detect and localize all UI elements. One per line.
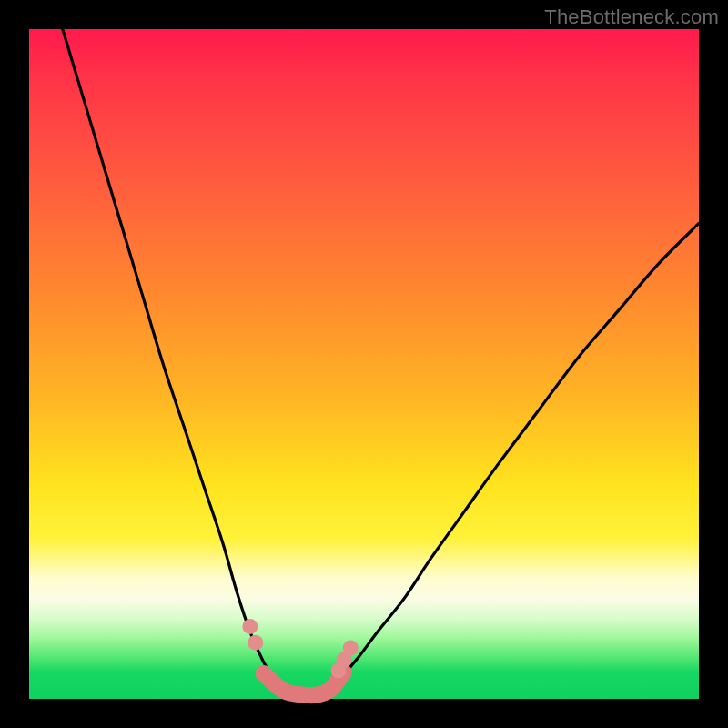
chart-plot-area xyxy=(29,29,699,699)
chart-svg xyxy=(29,29,699,699)
curve-right xyxy=(324,223,699,695)
data-marker xyxy=(242,619,258,634)
data-marker xyxy=(248,635,263,651)
chart-frame: TheBottleneck.com xyxy=(0,0,728,728)
data-marker xyxy=(343,641,359,656)
curve-left xyxy=(63,29,288,695)
watermark-text: TheBottleneck.com xyxy=(544,5,719,29)
floor-segment xyxy=(264,672,344,696)
